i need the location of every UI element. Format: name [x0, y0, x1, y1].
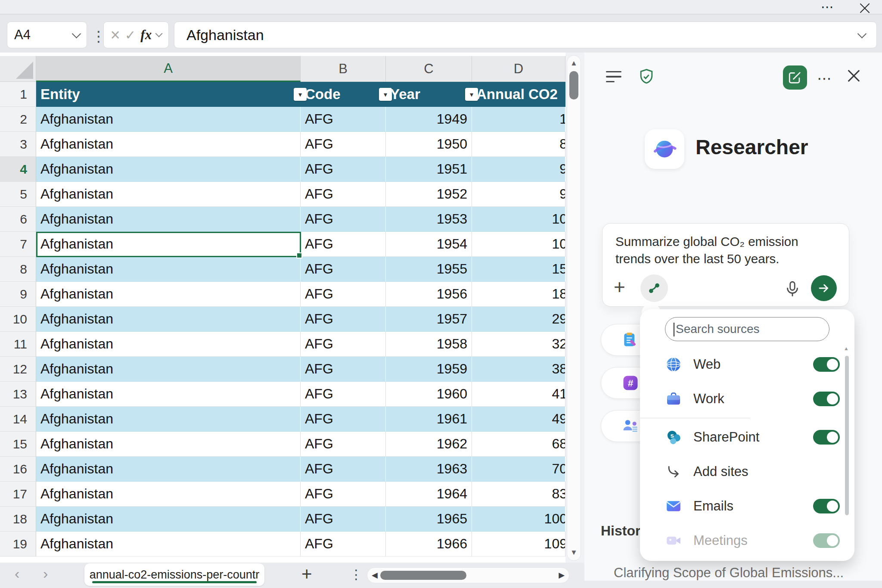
table-header-cell[interactable]: Code▾ — [301, 82, 386, 107]
cell-co2[interactable]: 70 — [472, 457, 565, 482]
source-toggle[interactable] — [813, 533, 840, 548]
row-header-8[interactable]: 8 — [0, 257, 36, 282]
cell-code[interactable]: AFG — [301, 182, 386, 207]
cell-entity[interactable]: Afghanistan — [36, 307, 301, 332]
column-header-B[interactable]: B — [301, 56, 386, 82]
cell-code[interactable]: AFG — [301, 282, 386, 307]
table-header-cell[interactable]: Entity▾ — [36, 82, 301, 107]
cell-code[interactable]: AFG — [301, 382, 386, 407]
scroll-up-icon[interactable]: ▲ — [567, 59, 581, 68]
add-sheet-button[interactable]: + — [301, 564, 312, 585]
row-header-15[interactable]: 15 — [0, 432, 36, 457]
cell-entity[interactable]: Afghanistan — [36, 207, 301, 232]
source-toggle[interactable] — [813, 357, 840, 372]
cell-co2[interactable]: 68 — [472, 432, 565, 457]
row-header-9[interactable]: 9 — [0, 282, 36, 307]
column-header-D[interactable]: D — [472, 56, 565, 82]
cancel-entry-button[interactable]: × — [111, 27, 120, 43]
mic-button[interactable] — [783, 280, 801, 298]
cell-year[interactable]: 1966 — [386, 532, 472, 557]
dropdown-scroll-up-icon[interactable]: ▲ — [844, 345, 849, 352]
source-row-emails[interactable]: Emails — [640, 489, 854, 523]
cell-code[interactable]: AFG — [301, 207, 386, 232]
source-row-work[interactable]: Work — [640, 382, 854, 416]
filter-button[interactable]: ▾ — [465, 88, 478, 101]
cell-co2[interactable]: 9 — [472, 157, 565, 182]
scroll-left-icon[interactable]: ◀ — [372, 570, 378, 580]
vertical-scrollbar-thumb[interactable] — [569, 71, 578, 100]
horizontal-scrollbar[interactable]: ◀ ▶ — [367, 567, 569, 583]
cell-code[interactable]: AFG — [301, 532, 386, 557]
row-header-1[interactable]: 1 — [0, 82, 36, 107]
scroll-down-icon[interactable]: ▼ — [567, 548, 581, 557]
cell-code[interactable]: AFG — [301, 132, 386, 157]
cell-entity[interactable]: Afghanistan — [36, 182, 301, 207]
cell-code[interactable]: AFG — [301, 107, 386, 132]
cell-entity[interactable]: Afghanistan — [36, 457, 301, 482]
row-header-16[interactable]: 16 — [0, 457, 36, 482]
cell-year[interactable]: 1950 — [386, 132, 472, 157]
cell-year[interactable]: 1962 — [386, 432, 472, 457]
cell-co2[interactable]: 41 — [472, 382, 565, 407]
cell-entity[interactable]: Afghanistan — [36, 482, 301, 507]
new-chat-button[interactable] — [783, 65, 807, 90]
pane-menu-icon[interactable] — [606, 71, 621, 86]
cell-entity[interactable]: Afghanistan — [36, 132, 301, 157]
row-header-6[interactable]: 6 — [0, 207, 36, 232]
source-row-meetings[interactable]: Meetings — [640, 523, 854, 558]
cell-co2[interactable]: 9 — [472, 182, 565, 207]
cell-entity[interactable]: Afghanistan — [36, 357, 301, 382]
row-header-10[interactable]: 10 — [0, 307, 36, 332]
row-header-12[interactable]: 12 — [0, 357, 36, 382]
cell-entity[interactable]: Afghanistan — [36, 507, 301, 532]
row-header-19[interactable]: 19 — [0, 532, 36, 557]
filter-button[interactable]: ▾ — [379, 88, 392, 101]
source-row-web[interactable]: Web — [640, 347, 854, 382]
dropdown-scrollbar-thumb[interactable] — [845, 356, 849, 515]
cell-code[interactable]: AFG — [301, 407, 386, 432]
source-row-sharepoint[interactable]: sSharePoint — [640, 420, 854, 454]
cell-entity[interactable]: Afghanistan — [36, 157, 301, 182]
column-header-C[interactable]: C — [386, 56, 472, 82]
cell-year[interactable]: 1964 — [386, 482, 472, 507]
cell-code[interactable]: AFG — [301, 232, 386, 257]
source-row-add-sites[interactable]: Add sites — [640, 454, 854, 489]
cell-year[interactable]: 1961 — [386, 407, 472, 432]
cell-year[interactable]: 1949 — [386, 107, 472, 132]
row-header-3[interactable]: 3 — [0, 132, 36, 157]
history-item[interactable]: Clarifying Scope of Global Emissions... — [614, 565, 844, 581]
cell-co2[interactable]: 8 — [472, 132, 565, 157]
cell-code[interactable]: AFG — [301, 257, 386, 282]
horizontal-scrollbar-thumb[interactable] — [380, 571, 466, 580]
window-close-button[interactable] — [860, 2, 870, 12]
row-header-2[interactable]: 2 — [0, 107, 36, 132]
row-header-13[interactable]: 13 — [0, 382, 36, 407]
cell-entity[interactable]: Afghanistan — [36, 232, 301, 257]
cell-co2[interactable]: 29 — [472, 307, 565, 332]
cell-co2[interactable]: 10 — [472, 232, 565, 257]
cell-year[interactable]: 1953 — [386, 207, 472, 232]
cell-code[interactable]: AFG — [301, 157, 386, 182]
confirm-entry-button[interactable]: ✓ — [125, 28, 136, 43]
formula-input[interactable] — [186, 26, 859, 44]
row-header-11[interactable]: 11 — [0, 332, 36, 357]
cell-year[interactable]: 1965 — [386, 507, 472, 532]
cell-code[interactable]: AFG — [301, 307, 386, 332]
prompt-card[interactable]: Summarize global CO₂ emission trends ove… — [602, 223, 849, 307]
cell-entity[interactable]: Afghanistan — [36, 532, 301, 557]
cell-entity[interactable]: Afghanistan — [36, 407, 301, 432]
cell-year[interactable]: 1963 — [386, 457, 472, 482]
cell-year[interactable]: 1954 — [386, 232, 472, 257]
cell-co2[interactable]: 18 — [472, 282, 565, 307]
cell-year[interactable]: 1956 — [386, 282, 472, 307]
source-toggle[interactable] — [813, 499, 840, 513]
row-header-17[interactable]: 17 — [0, 482, 36, 507]
column-header-A[interactable]: A — [36, 56, 301, 82]
cell-year[interactable]: 1955 — [386, 257, 472, 282]
cell-year[interactable]: 1952 — [386, 182, 472, 207]
search-sources-box[interactable] — [665, 317, 829, 341]
row-header-5[interactable]: 5 — [0, 182, 36, 207]
source-toggle[interactable] — [813, 430, 840, 445]
cell-entity[interactable]: Afghanistan — [36, 257, 301, 282]
cell-co2[interactable]: 100 — [472, 507, 565, 532]
